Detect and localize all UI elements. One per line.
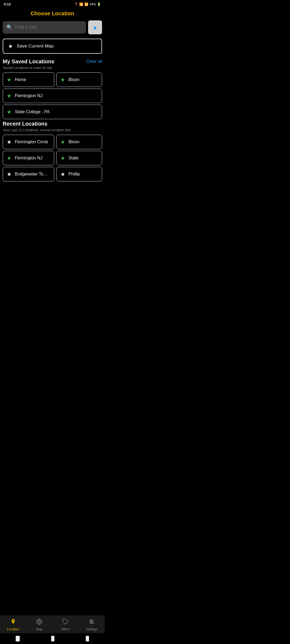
flemington2-label: Flemington NJ xyxy=(15,156,42,160)
location-icon: 📍 xyxy=(74,2,78,6)
search-input[interactable] xyxy=(15,25,82,30)
flemington-label: Flemington NJ xyxy=(15,93,42,98)
recent-row-2: ★ Flemington NJ ★ State xyxy=(0,151,105,165)
bloon2-label: Bloon xyxy=(68,140,79,144)
status-right: 📍 📶 📶 34% 🔋 xyxy=(74,2,101,6)
status-time: 4:12 xyxy=(4,2,11,6)
bloon2-star-icon: ★ xyxy=(60,139,65,145)
saved-flemington-button[interactable]: ★ Flemington NJ xyxy=(3,89,102,103)
recent-locations-title: Recent Locations xyxy=(3,121,48,127)
saved-bloon-button[interactable]: ★ Bloon xyxy=(56,72,102,87)
recent-flemington2-button[interactable]: ★ Flemington NJ xyxy=(3,151,54,165)
saved-statecollege-button[interactable]: ★ State College , PA xyxy=(3,105,102,119)
statecollege-label: State College , PA xyxy=(15,109,50,114)
wifi-icon: 📶 xyxy=(79,2,83,6)
status-bar: 4:12 📍 📶 📶 34% 🔋 xyxy=(0,0,105,7)
saved-home-button[interactable]: ★ Home xyxy=(3,72,54,87)
saved-locations-title: My Saved Locations xyxy=(3,58,54,65)
save-map-star-icon: ★ xyxy=(8,43,13,49)
saved-row-3: ★ State College , PA xyxy=(0,105,105,119)
flemcircle-star-icon: ★ xyxy=(7,139,12,145)
battery-icon: 🔋 xyxy=(97,2,101,6)
search-row: 🔍 ▲ xyxy=(0,20,105,34)
saved-locations-header: My Saved Locations Clear all xyxy=(0,58,105,65)
home-label: Home xyxy=(15,77,26,82)
recent-row-3: ★ Bridgewater Township , NJ ★ Phillip xyxy=(0,167,105,181)
clear-all-button[interactable]: Clear all xyxy=(86,58,102,64)
flemington2-star-icon: ★ xyxy=(7,155,12,161)
phillip-star-icon: ★ xyxy=(60,171,65,177)
recent-flemcircle-button[interactable]: ★ Flemington Circle xyxy=(3,135,54,149)
recent-state-button[interactable]: ★ State xyxy=(56,151,102,165)
page-title: Choose Location xyxy=(0,7,105,20)
battery-text: 34% xyxy=(89,2,96,6)
statecollege-star-icon: ★ xyxy=(7,109,12,115)
bridgewater-star-icon: ★ xyxy=(7,171,12,177)
bridgewater-label: Bridgewater Township , NJ xyxy=(15,172,50,177)
flemington-star-icon: ★ xyxy=(7,93,12,99)
current-location-button[interactable]: ▲ xyxy=(88,20,102,34)
flemcircle-label: Flemington Circle xyxy=(15,140,48,144)
recent-bloon2-button[interactable]: ★ Bloon xyxy=(56,135,102,149)
recent-phillip-button[interactable]: ★ Phillip xyxy=(56,167,102,181)
bloon-star-icon: ★ xyxy=(60,76,65,83)
save-map-label: Save Current Map xyxy=(17,43,54,49)
navigation-arrow-icon: ▲ xyxy=(92,24,98,31)
home-star-icon: ★ xyxy=(7,76,12,83)
state-label: State xyxy=(68,156,78,160)
signal-icon: 📶 xyxy=(84,2,88,6)
search-icon: 🔍 xyxy=(6,24,12,30)
state-star-icon: ★ xyxy=(60,155,65,161)
recent-locations-header: Recent Locations xyxy=(0,121,105,127)
saved-row-2: ★ Flemington NJ xyxy=(0,89,105,103)
recent-row-1: ★ Flemington Circle ★ Bloon xyxy=(0,135,105,149)
recent-locations-subtitle: Your Last 12 Locations, current location… xyxy=(0,128,105,132)
phillip-label: Phillip xyxy=(68,172,80,177)
search-box[interactable]: 🔍 xyxy=(3,21,86,34)
bloon-label: Bloon xyxy=(68,77,79,82)
recent-bridgewater-button[interactable]: ★ Bridgewater Township , NJ xyxy=(3,167,54,181)
saved-row-1: ★ Home ★ Bloon xyxy=(0,72,105,87)
saved-locations-subtitle: Saved Locations in order of Use xyxy=(0,66,105,70)
save-current-map-button[interactable]: ★ Save Current Map xyxy=(3,39,102,54)
